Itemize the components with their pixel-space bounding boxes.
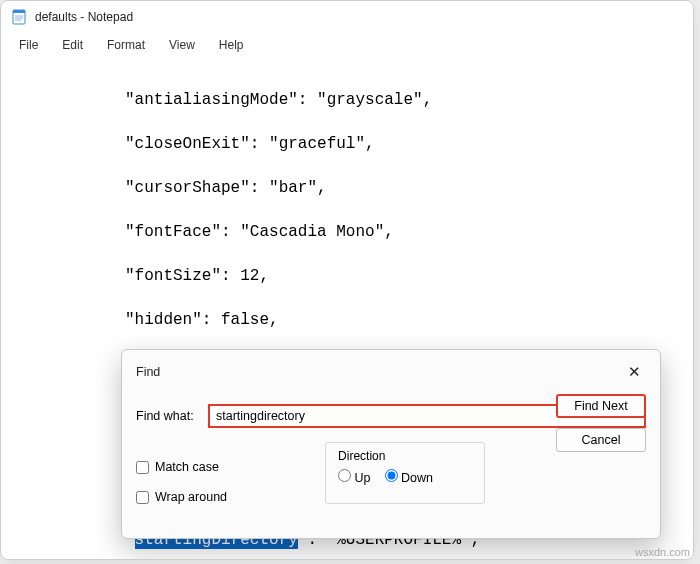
radio-down[interactable] (385, 469, 398, 482)
find-next-button[interactable]: Find Next (556, 394, 646, 418)
menu-format[interactable]: Format (97, 36, 155, 54)
match-case-checkbox[interactable]: Match case (136, 460, 227, 474)
down-label: Down (401, 471, 433, 485)
code-line: "cursorShape": "bar", (125, 179, 327, 197)
notepad-window: defaults - Notepad File Edit Format View… (0, 0, 694, 560)
watermark: wsxdn.com (635, 546, 690, 558)
menu-edit[interactable]: Edit (52, 36, 93, 54)
code-line: "closeOnExit": "graceful", (125, 135, 375, 153)
direction-label: Direction (338, 449, 472, 463)
menu-help[interactable]: Help (209, 36, 254, 54)
find-dialog-title: Find (136, 365, 160, 379)
cancel-button[interactable]: Cancel (556, 428, 646, 452)
radio-up[interactable] (338, 469, 351, 482)
titlebar: defaults - Notepad (1, 1, 693, 33)
close-icon[interactable]: ✕ (622, 360, 646, 384)
code-line: "hidden": false, (125, 311, 279, 329)
match-case-input[interactable] (136, 461, 149, 474)
menu-file[interactable]: File (9, 36, 48, 54)
code-line: "fontFace": "Cascadia Mono", (125, 223, 394, 241)
direction-group: Direction Up Down (325, 442, 485, 504)
code-line: "antialiasingMode": "grayscale", (125, 91, 432, 109)
menubar: File Edit Format View Help (1, 33, 693, 57)
wrap-around-label: Wrap around (155, 490, 227, 504)
svg-rect-1 (13, 10, 25, 13)
direction-down[interactable]: Down (385, 469, 433, 485)
wrap-around-input[interactable] (136, 491, 149, 504)
menu-view[interactable]: View (159, 36, 205, 54)
up-label: Up (355, 471, 371, 485)
code-line: "fontSize": 12, (125, 267, 269, 285)
wrap-around-checkbox[interactable]: Wrap around (136, 490, 227, 504)
find-what-label: Find what: (136, 409, 198, 423)
find-dialog: Find ✕ Find what: Find Next Cancel Match… (121, 349, 661, 539)
direction-up[interactable]: Up (338, 469, 370, 485)
window-title: defaults - Notepad (35, 10, 133, 24)
match-case-label: Match case (155, 460, 219, 474)
notepad-icon (11, 9, 27, 25)
